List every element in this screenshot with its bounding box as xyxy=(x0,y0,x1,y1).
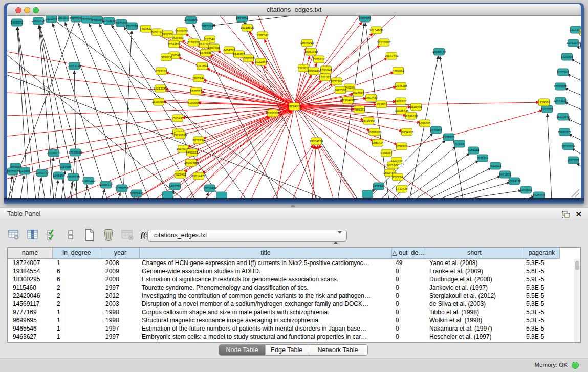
network-edge[interactable] xyxy=(577,46,581,54)
network-edge[interactable] xyxy=(38,178,41,198)
table-row[interactable]: 946554611997Estimation of the future num… xyxy=(8,324,574,333)
network-edge[interactable] xyxy=(567,119,581,128)
network-edge[interactable] xyxy=(276,106,294,198)
tab-node-table[interactable]: Node Table xyxy=(219,345,265,355)
memory-ok-indicator-icon[interactable] xyxy=(572,362,579,369)
table-row[interactable]: 977716911998Corpus callosum shape and si… xyxy=(8,308,574,316)
network-edge[interactable] xyxy=(206,193,208,198)
select-all-checks-icon[interactable] xyxy=(45,228,58,242)
network-node-label: 2087682 xyxy=(359,17,371,20)
network-edge[interactable] xyxy=(294,106,411,107)
network-edge[interactable] xyxy=(271,145,314,198)
network-edge[interactable] xyxy=(572,149,581,158)
network-node-label: 17359924 xyxy=(69,151,82,154)
network-node-label: 4138141 xyxy=(373,185,385,188)
close-traffic-light-icon[interactable] xyxy=(15,7,21,13)
table-row[interactable]: 1872400712008Changes of HCN gene express… xyxy=(8,259,574,267)
network-edge[interactable] xyxy=(212,16,299,26)
network-edge[interactable] xyxy=(567,74,581,83)
network-node[interactable] xyxy=(163,191,173,198)
table-row[interactable]: 1938455462009Genome-wide association stu… xyxy=(8,267,574,275)
delete-table-disabled-icon[interactable] xyxy=(121,228,134,242)
table-settings-icon[interactable] xyxy=(7,228,20,242)
network-edge[interactable] xyxy=(7,106,294,179)
column-header-short[interactable]: short xyxy=(425,248,524,259)
network-edge[interactable] xyxy=(118,193,120,198)
network-edge[interactable] xyxy=(547,114,552,198)
network-edge[interactable] xyxy=(11,171,15,198)
zoom-traffic-light-icon[interactable] xyxy=(33,7,39,13)
row-height-icon[interactable] xyxy=(64,228,77,242)
column-header-name[interactable]: name xyxy=(8,248,53,259)
network-node-label: 16099489 xyxy=(184,161,198,164)
network-edge[interactable] xyxy=(564,102,581,112)
network-edge[interactable] xyxy=(294,106,402,131)
close-panel-icon[interactable]: ✕ xyxy=(575,209,582,220)
new-document-icon[interactable] xyxy=(83,228,96,242)
network-edge[interactable] xyxy=(9,176,12,198)
network-edge[interactable] xyxy=(294,16,359,106)
network-edge[interactable] xyxy=(413,161,478,198)
table-row[interactable]: 2242004622012Investigating the contribut… xyxy=(8,292,574,300)
window-titlebar[interactable]: citations_edges.txt xyxy=(7,4,581,16)
table-select-dropdown[interactable]: citations_edges.txt xyxy=(147,230,347,242)
tab-edge-table[interactable]: Edge Table xyxy=(265,345,308,355)
resize-grip-icon[interactable] xyxy=(572,189,579,197)
header-filler xyxy=(560,248,580,259)
network-edge[interactable] xyxy=(78,23,149,198)
network-edge[interactable] xyxy=(55,180,58,198)
table-cell: 5.3E-5 xyxy=(524,333,560,341)
network-edge[interactable] xyxy=(50,158,53,198)
vertical-scrollbar[interactable] xyxy=(574,259,580,342)
network-edge[interactable] xyxy=(239,106,294,198)
network-graph[interactable]: 5405572206914062301346189191310855267152… xyxy=(7,16,581,198)
column-select-icon[interactable] xyxy=(26,228,39,242)
network-canvas[interactable]: 5405572206914062301346189191310855267152… xyxy=(7,16,581,198)
minimize-traffic-light-icon[interactable] xyxy=(24,7,30,13)
network-node-label: 10688609 xyxy=(368,130,382,134)
table-cell: 2 xyxy=(53,300,101,308)
network-node-label: 1588520 xyxy=(242,57,254,60)
network-edge[interactable] xyxy=(205,106,294,198)
network-edge[interactable] xyxy=(293,145,315,198)
network-node-label: 8186328 xyxy=(187,41,200,44)
network-edge[interactable] xyxy=(571,59,581,68)
float-window-icon[interactable] xyxy=(562,211,570,218)
network-node-label: 15958 xyxy=(540,101,549,104)
column-header-pagerank[interactable]: pagerank xyxy=(524,248,560,259)
network-edge[interactable] xyxy=(564,88,581,98)
table-cell: 5.9E-5 xyxy=(524,275,560,283)
network-edge[interactable] xyxy=(84,185,88,198)
table-row[interactable]: 969969511998Structural magnetic resonanc… xyxy=(8,316,574,324)
network-node-label: 6497568 xyxy=(334,89,346,92)
network-node[interactable] xyxy=(216,192,227,198)
network-edge[interactable] xyxy=(7,107,290,169)
table-row[interactable]: 911546021997Tourette syndrome. Phenomeno… xyxy=(8,283,574,292)
network-edge[interactable] xyxy=(102,106,294,198)
column-header-title[interactable]: title xyxy=(140,248,392,259)
network-node[interactable] xyxy=(362,190,373,198)
network-edge[interactable] xyxy=(319,145,356,198)
table-cell: 19384554 xyxy=(8,267,53,275)
column-header-year[interactable]: year xyxy=(101,248,140,259)
table-cell: 1 xyxy=(53,333,101,341)
network-edge[interactable] xyxy=(569,134,581,143)
column-header-in-degree[interactable]: in_degree xyxy=(53,248,101,259)
delete-trash-icon[interactable] xyxy=(102,228,115,242)
network-edge[interactable] xyxy=(210,55,294,106)
network-edge[interactable] xyxy=(123,31,132,198)
table-row[interactable]: 1830029562008Estimation of significance … xyxy=(8,275,574,283)
network-node-label: 9197588 xyxy=(59,165,72,168)
divider-handle[interactable] xyxy=(290,204,295,207)
network-edge[interactable] xyxy=(318,146,334,198)
tab-network-table[interactable]: Network Table xyxy=(308,345,367,355)
table-cell: 5.3E-5 xyxy=(524,259,560,267)
network-edge[interactable] xyxy=(102,189,105,198)
table-row[interactable]: 1456911722003Disruption of a novel membe… xyxy=(8,300,574,308)
network-edge[interactable] xyxy=(20,176,24,198)
table-row[interactable]: 946362711997Embryonic stem cells: a mode… xyxy=(8,333,574,341)
scrollbar-thumb[interactable] xyxy=(575,261,579,270)
network-edge[interactable] xyxy=(7,72,294,106)
column-header-out-degree[interactable]: △ out_de… xyxy=(392,248,425,259)
network-edge[interactable] xyxy=(577,163,581,171)
